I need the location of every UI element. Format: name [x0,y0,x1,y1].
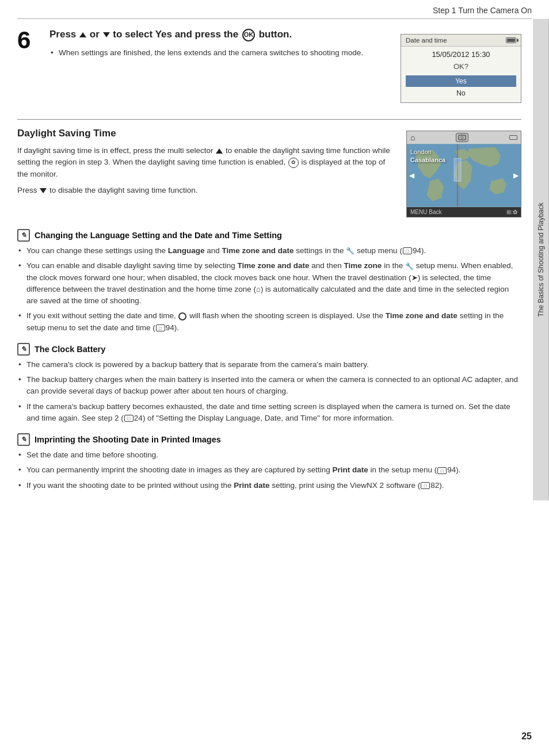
note-3-header: ✎ Imprinting the Shooting Date in Printe… [17,433,521,446]
home-icon-inline: ⌂ [256,284,261,295]
clock-icon [178,312,186,320]
datetime-display: 15/05/2012 15:30 [406,50,516,59]
note-icon-2: ✎ [17,343,30,356]
world-map-area: London Casablanca ◀ ▶ [407,144,521,207]
note-1-header: ✎ Changing the Language Setting and the … [17,229,521,242]
note-1-title: Changing the Language Setting and the Da… [35,231,282,240]
note-2-bullets: The camera's clock is powered by a backu… [17,359,521,424]
world-screen-header: ⌂ [407,131,521,144]
triangle-down-icon [103,32,110,37]
world-display: ⌂ [406,131,521,217]
note-3-bullet-2: You can permanently imprint the shooting… [17,464,521,476]
city-labels: London Casablanca [410,148,445,165]
home-icon: ⌂ [410,133,415,142]
ok-prompt: OK? [406,62,516,71]
dst-para-1: If daylight saving time is in effect, pr… [17,145,395,180]
svg-rect-0 [459,135,466,140]
note-1-bullet-1: You can change these settings using the … [17,245,521,257]
note-icon-3: ✎ [17,433,30,446]
note-1-bullet-3: If you exit without setting the date and… [17,310,521,334]
dst-footer-icon: ⊞:✿ [506,209,517,215]
camera-screen-1: Date and time 15/05/2012 15:30 OK? Yes N… [401,34,521,103]
screen-header-1: Date and time [401,35,521,47]
ref-icon-4: □ [437,467,447,474]
note-1-bullet-2: You can enable and disable daylight savi… [17,260,521,307]
world-map-screen: ⌂ [406,131,521,217]
svg-rect-4 [454,158,461,181]
travel-arrow-icon: ➤ [411,272,418,284]
ok-button-icon: OK [242,29,255,41]
note-3-title: Imprinting the Shooting Date in Printed … [35,435,221,444]
dst-body: If daylight saving time is in effect, pr… [17,145,395,196]
camera-display-1: Date and time 15/05/2012 15:30 OK? Yes N… [401,34,521,103]
triangle-down-icon-2 [40,188,47,193]
note-2-title: The Clock Battery [35,345,105,354]
step-6-section: 6 Press or to select Yes and press the O… [17,19,521,103]
note-1-section: ✎ Changing the Language Setting and the … [17,229,521,334]
page-number: 25 [521,731,532,742]
map-arrow-left: ◀ [409,171,414,180]
note-3-section: ✎ Imprinting the Shooting Date in Printe… [17,433,521,491]
multi-selector-up-icon [216,148,223,154]
menu-back-label: MENU Back [410,209,441,215]
svg-point-1 [461,136,463,139]
ref-icon-2: □ [156,324,165,331]
step-6-content: Press or to select Yes and press the OK … [49,28,395,61]
settings-icon [456,133,468,142]
battery-icon-1 [506,37,516,43]
sidebar-tab: The Basics of Shooting and Playback [533,19,549,501]
note-2-bullet-3: If the camera's backup battery becomes e… [17,401,521,425]
step-6-title: Press or to select Yes and press the OK … [49,28,395,41]
note-1-bullets: You can change these settings using the … [17,245,521,334]
dst-section: Daylight Saving Time If daylight saving … [17,128,521,217]
triangle-up-icon [79,32,86,37]
dst-title: Daylight Saving Time [17,128,395,139]
note-2-section: ✎ The Clock Battery The camera's clock i… [17,343,521,424]
header-bar: Step 1 Turn the Camera On [0,0,549,18]
ref-icon-5: □ [421,482,430,489]
note-3-bullet-1: Set the date and time before shooting. [17,449,521,461]
map-arrow-right: ▶ [513,171,518,180]
section-divider-1 [17,119,521,120]
ref-icon-1: □ [403,247,412,254]
screen-label-1: Date and time [406,37,447,44]
world-screen-footer: MENU Back ⊞:✿ [407,207,521,217]
step-number: 6 [17,28,40,52]
note-2-header: ✎ The Clock Battery [17,343,521,356]
no-option: No [406,87,516,99]
note-2-bullet-1: The camera's clock is powered by a backu… [17,359,521,371]
ref-icon-3: □ [124,415,134,422]
note-3-bullets: Set the date and time before shooting. Y… [17,449,521,491]
battery-icon-2 [509,135,517,140]
note-3-bullet-3: If you want the shooting date to be prin… [17,480,521,491]
london-label: London [410,148,445,155]
note-2-bullet-2: The backup battery charges when the main… [17,374,521,398]
step-6-bullet-1: When settings are finished, the lens ext… [49,47,395,59]
casablanca-label: Casablanca [410,156,445,163]
header-step-label: Step 1 Turn the Camera On [433,6,532,15]
note-icon-1: ✎ [17,229,30,242]
dst-para-2: Press to disable the daylight saving tim… [17,185,395,196]
yes-option: Yes [406,75,516,87]
dst-star-icon: ✿ [288,158,299,168]
main-content: 6 Press or to select Yes and press the O… [17,19,533,501]
wrench-icon-1: 🔧 [346,246,354,256]
wrench-icon-2: 🔧 [405,261,414,272]
screen-body-1: 15/05/2012 15:30 OK? Yes No [401,47,521,102]
step-6-bullets: When settings are finished, the lens ext… [49,47,395,59]
sidebar-label: The Basics of Shooting and Playback [537,203,545,317]
dst-text-content: Daylight Saving Time If daylight saving … [17,128,406,217]
